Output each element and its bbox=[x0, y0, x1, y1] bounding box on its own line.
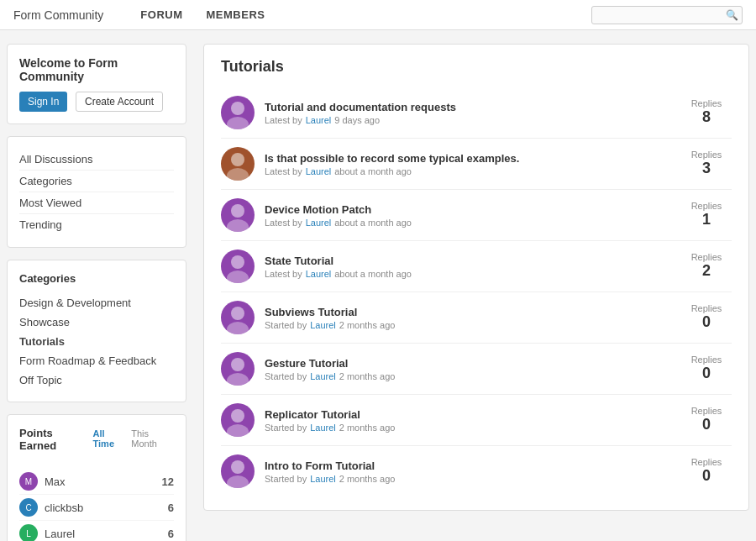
welcome-title: Welcome to Form Community bbox=[19, 56, 174, 83]
nav-list: All DiscussionsCategoriesMost ViewedTren… bbox=[19, 149, 174, 235]
points-alltime-toggle[interactable]: All Time bbox=[93, 428, 127, 449]
points-count: 6 bbox=[168, 528, 174, 540]
replies-label: Replies bbox=[681, 201, 732, 211]
svg-point-12 bbox=[231, 409, 244, 423]
thread-avatar bbox=[221, 198, 255, 232]
svg-point-13 bbox=[227, 424, 249, 437]
replies-label: Replies bbox=[681, 457, 732, 467]
thread-title[interactable]: Intro to Form Tutorial bbox=[265, 460, 681, 472]
svg-point-3 bbox=[227, 168, 249, 181]
thread-avatar bbox=[221, 96, 255, 129]
thread-info: Tutorial and documentation requestsLates… bbox=[265, 101, 681, 125]
category-item[interactable]: Form Roadmap & Feedback bbox=[19, 351, 174, 370]
thread-info: Is that possible to record some typical … bbox=[265, 152, 681, 176]
signin-button[interactable]: Sign In bbox=[19, 92, 67, 112]
thread-replies: Replies2 bbox=[681, 252, 732, 281]
replies-label: Replies bbox=[681, 355, 732, 365]
thread-time: 2 months ago bbox=[339, 371, 396, 381]
points-list-item: LLaurel6 bbox=[19, 521, 174, 541]
thread-title[interactable]: Device Motion Patch bbox=[265, 203, 681, 216]
layout: Welcome to Form Community Sign In Create… bbox=[0, 30, 756, 541]
thread-user[interactable]: Laurel bbox=[306, 218, 332, 228]
thread-info: Intro to Form TutorialStarted byLaurel2 … bbox=[265, 460, 681, 484]
thread-title[interactable]: Is that possible to record some typical … bbox=[265, 152, 681, 165]
thread-title[interactable]: State Tutorial bbox=[265, 255, 681, 267]
points-count: 12 bbox=[162, 475, 174, 488]
thread-meta: Started byLaurel2 months ago bbox=[265, 423, 681, 433]
points-username: Max bbox=[45, 475, 162, 488]
thread-meta: Latest byLaurel9 days ago bbox=[265, 115, 681, 125]
replies-count: 2 bbox=[681, 262, 732, 281]
thread-list: Tutorial and documentation requestsLates… bbox=[221, 87, 732, 496]
avatar: C bbox=[19, 498, 38, 517]
thread-info: Subviews TutorialStarted byLaurel2 month… bbox=[265, 306, 681, 330]
thread-avatar bbox=[221, 301, 255, 334]
svg-point-7 bbox=[227, 270, 249, 283]
category-item[interactable]: Showcase bbox=[19, 313, 174, 332]
thread-title[interactable]: Subviews Tutorial bbox=[265, 306, 681, 318]
replies-count: 8 bbox=[681, 108, 732, 127]
nav-list-item[interactable]: Most Viewed bbox=[19, 192, 174, 214]
thread-item: State TutorialLatest byLaurelabout a mon… bbox=[221, 241, 732, 292]
category-item[interactable]: Tutorials bbox=[19, 332, 174, 351]
replies-count: 1 bbox=[681, 211, 732, 229]
thread-replies: Replies3 bbox=[681, 150, 732, 178]
search-icon-wrap: 🔍 bbox=[591, 6, 743, 24]
threads-box: Tutorials Tutorial and documentation req… bbox=[203, 44, 749, 511]
thread-user[interactable]: Laurel bbox=[306, 115, 332, 125]
points-list: MMax12Cclickbsb6LLaurel6JJaret5AAdam5JJo… bbox=[19, 469, 174, 541]
thread-avatar bbox=[221, 147, 255, 181]
thread-user[interactable]: Laurel bbox=[310, 474, 336, 484]
thread-user[interactable]: Laurel bbox=[310, 423, 336, 433]
replies-count: 0 bbox=[681, 365, 732, 383]
thread-item: Replicator TutorialStarted byLaurel2 mon… bbox=[221, 395, 732, 446]
svg-point-0 bbox=[231, 102, 244, 115]
points-month-toggle[interactable]: This Month bbox=[131, 428, 174, 449]
svg-point-1 bbox=[227, 117, 249, 129]
replies-label: Replies bbox=[681, 406, 732, 416]
thread-time: 9 days ago bbox=[334, 115, 380, 125]
thread-time: 2 months ago bbox=[339, 423, 396, 433]
points-count: 6 bbox=[168, 502, 174, 514]
thread-item: Intro to Form TutorialStarted byLaurel2 … bbox=[221, 446, 732, 496]
thread-time: 2 months ago bbox=[339, 474, 396, 484]
thread-meta: Latest byLaurelabout a month ago bbox=[265, 166, 681, 176]
thread-title[interactable]: Replicator Tutorial bbox=[265, 408, 681, 421]
thread-item: Subviews TutorialStarted byLaurel2 month… bbox=[221, 292, 732, 344]
categories-list: Design & DevelopmentShowcaseTutorialsFor… bbox=[19, 293, 174, 390]
search-input[interactable] bbox=[591, 6, 743, 24]
thread-time: about a month ago bbox=[334, 218, 412, 228]
points-list-item: MMax12 bbox=[19, 469, 174, 495]
thread-title[interactable]: Gesture Tutorial bbox=[265, 357, 681, 370]
thread-time: about a month ago bbox=[334, 166, 412, 176]
nav-item-forum[interactable]: FORUM bbox=[129, 0, 194, 30]
points-username: Laurel bbox=[45, 528, 168, 540]
svg-point-6 bbox=[231, 255, 244, 269]
thread-info: Replicator TutorialStarted byLaurel2 mon… bbox=[265, 408, 681, 433]
thread-title[interactable]: Tutorial and documentation requests bbox=[265, 101, 681, 113]
thread-item: Is that possible to record some typical … bbox=[221, 139, 732, 190]
nav-list-item[interactable]: Categories bbox=[19, 171, 174, 192]
thread-time: 2 months ago bbox=[339, 320, 396, 330]
thread-info: Device Motion PatchLatest byLaurelabout … bbox=[265, 203, 681, 228]
nav-item-members[interactable]: MEMBERS bbox=[195, 0, 277, 30]
thread-time: about a month ago bbox=[334, 269, 412, 279]
thread-user[interactable]: Laurel bbox=[306, 269, 332, 279]
page-title: Tutorials bbox=[221, 58, 732, 76]
nav-list-item[interactable]: All Discussions bbox=[19, 149, 174, 171]
sidebar: Welcome to Form Community Sign In Create… bbox=[0, 44, 197, 541]
create-account-button[interactable]: Create Account bbox=[76, 92, 163, 112]
thread-replies: Replies0 bbox=[681, 406, 732, 434]
thread-user[interactable]: Laurel bbox=[310, 371, 336, 381]
category-item[interactable]: Off Topic bbox=[19, 370, 174, 390]
points-header: Points Earned All Time This Month bbox=[19, 427, 174, 460]
category-item[interactable]: Design & Development bbox=[19, 293, 174, 313]
replies-label: Replies bbox=[681, 150, 732, 160]
thread-replies: Replies0 bbox=[681, 457, 732, 486]
thread-user[interactable]: Laurel bbox=[306, 166, 332, 176]
points-list-item: Cclickbsb6 bbox=[19, 495, 174, 521]
thread-meta: Started byLaurel2 months ago bbox=[265, 320, 681, 330]
svg-point-11 bbox=[227, 373, 249, 386]
nav-list-item[interactable]: Trending bbox=[19, 214, 174, 235]
thread-user[interactable]: Laurel bbox=[310, 320, 336, 330]
